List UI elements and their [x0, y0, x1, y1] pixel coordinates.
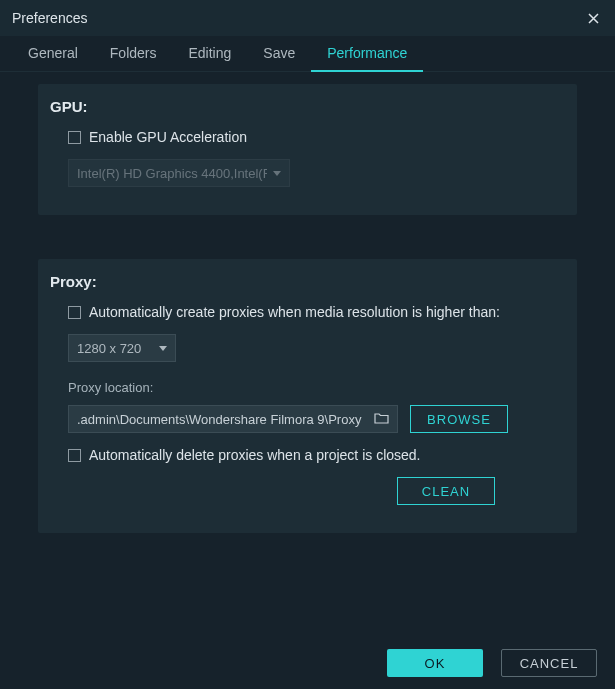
- content-area: GPU: Enable GPU Acceleration Intel(R) HD…: [0, 72, 615, 533]
- tab-editing[interactable]: Editing: [173, 37, 248, 72]
- proxy-heading: Proxy:: [50, 273, 565, 290]
- proxy-location-label: Proxy location:: [68, 380, 565, 395]
- tab-performance[interactable]: Performance: [311, 37, 423, 72]
- gpu-panel: GPU: Enable GPU Acceleration Intel(R) HD…: [38, 84, 577, 215]
- clean-button[interactable]: CLEAN: [397, 477, 495, 505]
- gpu-device-select[interactable]: Intel(R) HD Graphics 4400,Intel(R) C: [68, 159, 290, 187]
- proxy-panel: Proxy: Automatically create proxies when…: [38, 259, 577, 533]
- browse-button[interactable]: BROWSE: [410, 405, 508, 433]
- tab-general[interactable]: General: [12, 37, 94, 72]
- chevron-down-icon: [273, 171, 281, 176]
- chevron-down-icon: [159, 346, 167, 351]
- gpu-heading: GPU:: [50, 98, 565, 115]
- proxy-path-field[interactable]: .admin\Documents\Wondershare Filmora 9\P…: [68, 405, 398, 433]
- window-title: Preferences: [12, 10, 87, 26]
- proxy-auto-delete-checkbox[interactable]: [68, 449, 81, 462]
- titlebar: Preferences: [0, 0, 615, 36]
- proxy-auto-delete-label[interactable]: Automatically delete proxies when a proj…: [89, 447, 421, 463]
- proxy-resolution-value: 1280 x 720: [77, 341, 141, 356]
- proxy-path-value: .admin\Documents\Wondershare Filmora 9\P…: [77, 412, 368, 427]
- dialog-footer: OK CANCEL: [0, 637, 615, 689]
- tab-save[interactable]: Save: [247, 37, 311, 72]
- proxy-resolution-select[interactable]: 1280 x 720: [68, 334, 176, 362]
- folder-icon: [374, 411, 389, 427]
- gpu-enable-checkbox[interactable]: [68, 131, 81, 144]
- gpu-enable-label[interactable]: Enable GPU Acceleration: [89, 129, 247, 145]
- tab-bar: General Folders Editing Save Performance: [0, 36, 615, 72]
- cancel-button[interactable]: CANCEL: [501, 649, 597, 677]
- close-icon[interactable]: [583, 8, 603, 28]
- proxy-auto-create-checkbox[interactable]: [68, 306, 81, 319]
- gpu-device-value: Intel(R) HD Graphics 4400,Intel(R) C: [77, 166, 267, 181]
- proxy-auto-create-label[interactable]: Automatically create proxies when media …: [89, 304, 500, 320]
- tab-folders[interactable]: Folders: [94, 37, 173, 72]
- ok-button[interactable]: OK: [387, 649, 483, 677]
